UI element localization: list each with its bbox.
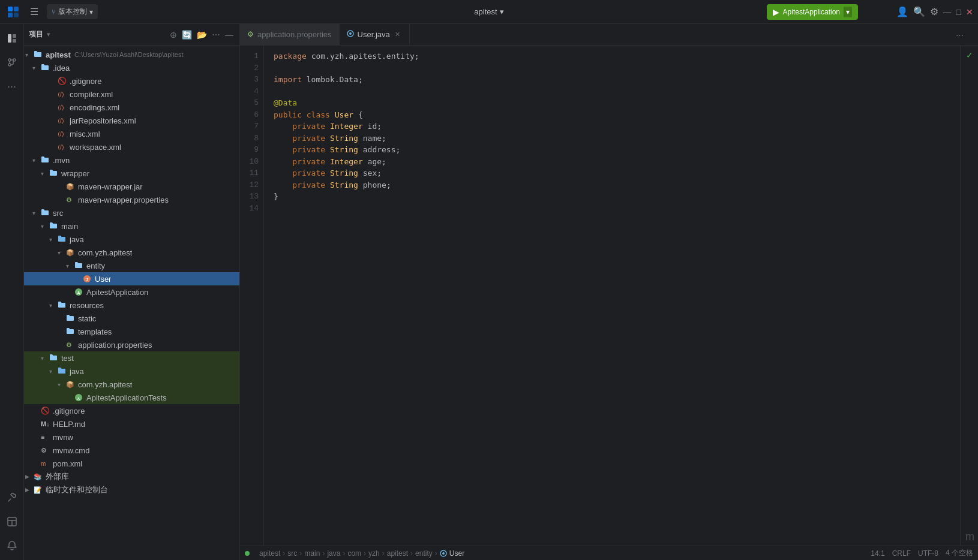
tools-icon[interactable] xyxy=(2,488,22,507)
folder-icon-entity xyxy=(74,261,84,271)
xml-icon4: ⟨/⟩ xyxy=(58,131,67,137)
chevron-idea: ▾ xyxy=(32,65,41,71)
encoding[interactable]: UTF-8 xyxy=(918,549,938,558)
tab-user-java[interactable]: User.java ✕ xyxy=(340,24,410,45)
project-title[interactable]: apitest ▾ xyxy=(474,7,503,16)
search-icon[interactable]: 🔍 xyxy=(913,6,925,17)
xml-icon2: ⟨/⟩ xyxy=(58,104,67,111)
close-tab-user-java[interactable]: ✕ xyxy=(394,31,402,39)
tree-item-src[interactable]: ▾ src xyxy=(24,206,239,219)
file-tree: ▾ apitest C:\Users\Yuzoi Asahi\Desktop\a… xyxy=(24,46,239,560)
tree-item-misc-xml[interactable]: ⟨/⟩ misc.xml xyxy=(24,127,239,140)
tree-item-apitest-app[interactable]: A ApitestApplication xyxy=(24,285,239,299)
tree-item-mvn[interactable]: ▾ .mvn xyxy=(24,153,239,167)
tab-application-props[interactable]: ⚙ application.properties xyxy=(240,24,340,45)
xml-icon: ⟨/⟩ xyxy=(58,91,67,98)
svg-text:A: A xyxy=(77,291,80,295)
tree-item-idea[interactable]: ▾ .idea xyxy=(24,61,239,74)
tree-item-compiler-xml[interactable]: ⟨/⟩ compiler.xml xyxy=(24,88,239,101)
notifications-icon[interactable] xyxy=(2,536,22,555)
tree-item-mvnw-cmd[interactable]: ⚙ mvnw.cmd xyxy=(24,444,239,457)
tree-item-encodings-xml[interactable]: ⟨/⟩ encodings.xml xyxy=(24,101,239,114)
tree-item-com-yzh-apitest[interactable]: ▾ 📦 com.yzh.apitest xyxy=(24,246,239,259)
tree-item-pom-xml[interactable]: m pom.xml xyxy=(24,457,239,470)
indent-size[interactable]: 4 个空格 xyxy=(946,548,973,558)
line-ending[interactable]: CRLF xyxy=(892,549,911,558)
props-file-icon: ⚙ xyxy=(66,341,76,349)
more-options-icon[interactable]: ⋯ xyxy=(211,29,221,41)
svg-rect-2 xyxy=(8,13,13,17)
tree-item-java[interactable]: ▾ java xyxy=(24,233,239,246)
tree-item-gitignore-idea[interactable]: 🚫 .gitignore xyxy=(24,74,239,88)
tree-item-wrapper[interactable]: ▾ wrapper xyxy=(24,167,239,180)
tree-item-test-com-yzh[interactable]: ▾ 📦 com.yzh.apitest xyxy=(24,378,239,391)
breadcrumb-src[interactable]: src xyxy=(287,549,297,558)
java-file-icon-app: A xyxy=(74,288,84,296)
java-file-icon-tests: A xyxy=(74,393,84,402)
tree-item-resources[interactable]: ▾ resources xyxy=(24,299,239,312)
tree-item-app-props[interactable]: ⚙ application.properties xyxy=(24,338,239,351)
activity-bottom xyxy=(2,488,22,555)
sidebar: 项目 ▾ ⊕ 🔄 📂 ⋯ — ▾ apitest xyxy=(24,24,240,560)
cursor-position[interactable]: 14:1 xyxy=(871,549,884,558)
close-btn[interactable]: ✕ xyxy=(966,7,973,17)
breadcrumb-com[interactable]: com xyxy=(347,549,361,558)
tree-item-apitest-tests[interactable]: A ApitestApplicationTests xyxy=(24,391,239,404)
breadcrumb-user[interactable]: User xyxy=(449,549,464,558)
tree-item-workspace-xml[interactable]: ⟨/⟩ workspace.xml xyxy=(24,140,239,153)
tree-item-help-md[interactable]: M↓ HELP.md xyxy=(24,417,239,430)
tree-item-root-gitignore[interactable]: 🚫 .gitignore xyxy=(24,404,239,417)
tree-item-maven-wrapper-props[interactable]: ⚙ maven-wrapper.properties xyxy=(24,193,239,206)
xml-icon3: ⟨/⟩ xyxy=(58,118,67,124)
tree-item-user[interactable]: J User xyxy=(24,272,239,285)
gitignore-icon: 🚫 xyxy=(58,77,67,85)
svg-text:J: J xyxy=(86,278,88,282)
collapse-all-icon[interactable]: 📂 xyxy=(196,29,208,41)
tree-item-apitest-root[interactable]: ▾ apitest C:\Users\Yuzoi Asahi\Desktop\a… xyxy=(24,48,239,61)
run-button[interactable]: ▶ ApitestApplication ▾ xyxy=(767,4,858,20)
package-icon-test: 📦 xyxy=(66,381,76,389)
settings-icon[interactable]: ⚙ xyxy=(930,6,938,17)
tree-item-entity[interactable]: ▾ entity xyxy=(24,259,239,272)
tree-item-mvnw[interactable]: ≡ mvnw xyxy=(24,430,239,444)
hamburger-menu[interactable]: ☰ xyxy=(26,4,42,20)
layout-icon[interactable] xyxy=(2,512,22,531)
project-label: 项目 xyxy=(29,29,43,40)
code-editor[interactable]: package com.yzh.apitest.entity; import l… xyxy=(264,46,960,546)
tree-item-external-libs[interactable]: ▶ 📚 外部库 xyxy=(24,470,239,483)
sidebar-toggle[interactable] xyxy=(2,29,22,48)
minimize-sidebar-icon[interactable]: — xyxy=(224,29,235,41)
tree-item-templates[interactable]: templates xyxy=(24,325,239,338)
folder-icon-src xyxy=(41,208,50,218)
props-icon: ⚙ xyxy=(66,196,76,204)
project-chevron[interactable]: ▾ xyxy=(47,31,50,38)
tree-item-test[interactable]: ▾ test xyxy=(24,351,239,365)
tree-item-scratch[interactable]: ▶ 📝 临时文件和控制台 xyxy=(24,483,239,496)
breadcrumb-entity[interactable]: entity xyxy=(415,549,433,558)
git-icon[interactable] xyxy=(2,53,22,72)
tab-bar: ⚙ application.properties User.java ✕ ⋯ xyxy=(240,24,978,46)
right-gutter: ✓ m xyxy=(960,46,978,546)
breadcrumb-apitest[interactable]: apitest xyxy=(259,549,280,558)
tree-item-static[interactable]: static xyxy=(24,312,239,325)
tree-item-jarrepos-xml[interactable]: ⟨/⟩ jarRepositories.xml xyxy=(24,114,239,127)
user-icon[interactable]: 👤 xyxy=(896,6,908,17)
breadcrumb-main[interactable]: main xyxy=(304,549,320,558)
folder-icon-main xyxy=(49,221,59,231)
tree-item-main[interactable]: ▾ main xyxy=(24,219,239,233)
refresh-icon[interactable]: 🔄 xyxy=(181,29,193,41)
tab-overflow-icon[interactable]: ⋯ xyxy=(956,30,964,39)
vcs-button[interactable]: ⑂ 版本控制 ▾ xyxy=(47,4,98,19)
breadcrumb-yzh[interactable]: yzh xyxy=(368,549,380,558)
editor-content: 1 2 3 4 5 6 7 8 9 10 11 12 13 14 package… xyxy=(240,46,978,546)
svg-text:A: A xyxy=(77,397,80,401)
tree-item-test-java[interactable]: ▾ java xyxy=(24,365,239,378)
breadcrumb-apitest2[interactable]: apitest xyxy=(387,549,408,558)
minimize-btn[interactable]: — xyxy=(943,7,952,17)
folder-icon-static xyxy=(66,314,76,324)
maximize-btn[interactable]: □ xyxy=(956,7,961,17)
tree-item-maven-wrapper-jar[interactable]: 📦 maven-wrapper.jar xyxy=(24,180,239,193)
more-icon[interactable]: ··· xyxy=(2,77,22,96)
new-file-icon[interactable]: ⊕ xyxy=(169,29,178,41)
breadcrumb-java[interactable]: java xyxy=(327,549,340,558)
